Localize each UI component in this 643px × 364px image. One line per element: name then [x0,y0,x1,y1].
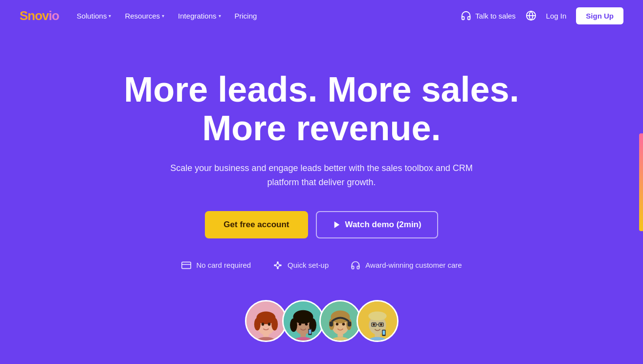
svg-point-45 [368,311,386,321]
svg-point-6 [277,262,279,263]
watch-demo-button[interactable]: Watch demo (2min) [316,211,438,238]
svg-point-50 [380,323,382,326]
nav-integrations[interactable]: Integrations ▾ [178,12,221,20]
avatar-3 [319,300,361,342]
play-icon [333,220,341,229]
svg-point-16 [271,318,278,330]
chevron-down-icon: ▾ [162,13,164,19]
svg-point-26 [298,323,301,326]
talk-to-sales-link[interactable]: Talk to sales [461,10,516,21]
svg-rect-38 [347,321,351,326]
avatar-4 [356,300,399,342]
hero-buttons: Get free account Watch demo (2min) [205,211,438,238]
navbar-right: Talk to sales Log In Sign Up [461,7,623,24]
svg-point-49 [373,323,375,326]
navbar-left: Snovio Solutions ▾ Resources ▾ Integrati… [20,8,257,23]
svg-point-39 [335,323,338,326]
signup-button[interactable]: Sign Up [576,7,623,24]
nav-solutions[interactable]: Solutions ▾ [77,12,111,20]
logo-text-accent: io [49,8,59,23]
feature-no-card: No card required [181,260,251,271]
language-icon[interactable] [526,10,536,21]
hero-headline: More leads. More sales. More revenue. [124,70,519,148]
logo-text-main: Snov [20,8,49,23]
avatar-1 [245,300,287,342]
nav-resources[interactable]: Resources ▾ [125,12,164,20]
hero-features: No card required Quick set-up [181,260,462,271]
svg-point-8 [274,265,276,266]
navbar: Snovio Solutions ▾ Resources ▾ Integrati… [0,0,643,31]
svg-point-24 [290,318,297,332]
svg-point-40 [342,323,345,326]
hero-subtext: Scale your business and engage leads bet… [170,161,473,190]
testimonial-avatars [245,300,399,342]
svg-point-27 [305,323,308,326]
nav-links: Solutions ▾ Resources ▾ Integrations ▾ P… [77,12,257,20]
nav-pricing[interactable]: Pricing [235,12,257,20]
login-button[interactable]: Log In [546,12,567,20]
get-free-account-button[interactable]: Get free account [205,211,308,238]
credit-card-icon [181,260,192,271]
svg-point-5 [276,264,280,267]
chevron-down-icon: ▾ [109,13,111,19]
svg-point-7 [277,268,279,269]
feature-customer-care: Award-winning customer care [350,260,462,271]
side-decoration [639,133,643,231]
feature-quick-setup: Quick set-up [272,260,329,271]
chevron-down-icon: ▾ [219,13,221,19]
svg-marker-2 [334,221,339,228]
svg-rect-3 [182,262,191,268]
quick-setup-icon [272,260,283,271]
hero-section: More leads. More sales. More revenue. Sc… [0,31,643,362]
headphone-icon [461,10,471,21]
svg-point-18 [267,322,270,326]
svg-point-17 [261,322,264,326]
svg-rect-52 [382,331,385,335]
award-icon [350,260,361,271]
avatar-2 [282,300,324,342]
svg-rect-29 [309,330,311,334]
logo[interactable]: Snovio [20,8,59,23]
svg-rect-37 [329,321,333,326]
svg-point-9 [280,265,282,266]
svg-point-15 [254,318,260,330]
